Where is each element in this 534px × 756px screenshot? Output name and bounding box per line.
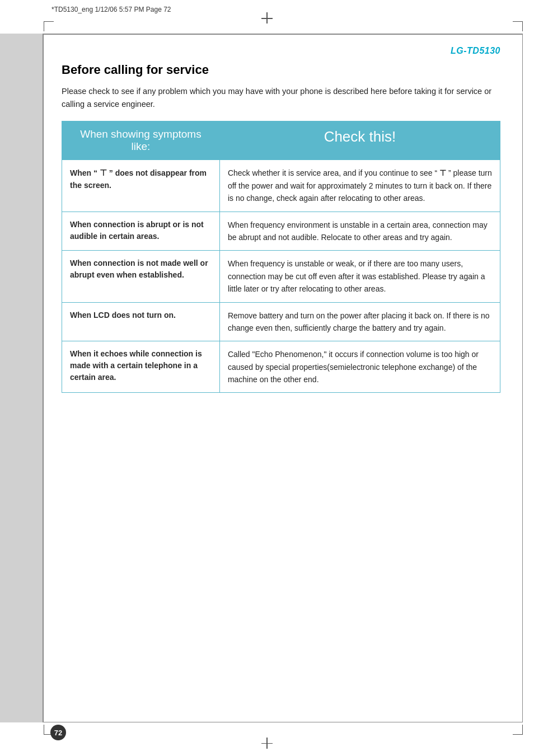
cross-top: [261, 12, 273, 19]
symptom-cell-0: When “ ⊤ ” does not disappear from the s…: [62, 160, 220, 212]
page-container: *TD5130_eng 1/12/06 5:57 PM Page 72 LG-T…: [0, 0, 534, 756]
bottom-border-line: [43, 722, 523, 723]
brand-name: LG-TD5130: [62, 46, 500, 56]
check-cell-3: Remove battery and turn on the power aft…: [219, 302, 500, 341]
table-row: When it echoes while connection is made …: [62, 341, 500, 393]
main-content: LG-TD5130 Before calling for service Ple…: [50, 35, 517, 717]
cross-bottom: [261, 738, 273, 744]
table-row: When “ ⊤ ” does not disappear from the s…: [62, 160, 500, 212]
page-title: Before calling for service: [62, 63, 500, 77]
check-cell-0: Check whether it is service area, and if…: [219, 160, 500, 212]
symptom-cell-3: When LCD does not turn on.: [62, 302, 220, 341]
col-header-symptoms: When showing symptoms like:: [62, 121, 220, 160]
page-number-area: 72: [50, 725, 66, 740]
reg-mark-top-right: [513, 21, 523, 31]
check-cell-1: When frequency environment is unstable i…: [219, 212, 500, 251]
symptom-cell-1: When connection is abrupt or is not audi…: [62, 212, 220, 251]
col-header-check: Check this!: [219, 121, 500, 160]
reg-mark-bottom-right: [513, 725, 523, 735]
reg-mark-top-left: [44, 21, 54, 31]
left-border-line: [43, 34, 44, 722]
check-cell-4: Called "Echo Phenomenon," it occurs if c…: [219, 341, 500, 393]
left-sidebar: [0, 34, 43, 722]
service-table: When showing symptoms like: Check this! …: [62, 121, 500, 393]
symptom-cell-2: When connection is not made well or abru…: [62, 251, 220, 302]
page-number: 72: [50, 725, 66, 740]
file-info-text: *TD5130_eng 1/12/06 5:57 PM Page 72: [51, 6, 171, 13]
table-row: When connection is abrupt or is not audi…: [62, 212, 500, 251]
intro-text: Please check to see if any problem which…: [62, 85, 500, 111]
check-cell-2: When frequency is unstable or weak, or i…: [219, 251, 500, 302]
symptom-cell-4: When it echoes while connection is made …: [62, 341, 220, 393]
table-row: When connection is not made well or abru…: [62, 251, 500, 302]
table-row: When LCD does not turn on.Remove battery…: [62, 302, 500, 341]
right-border-line: [522, 34, 523, 722]
